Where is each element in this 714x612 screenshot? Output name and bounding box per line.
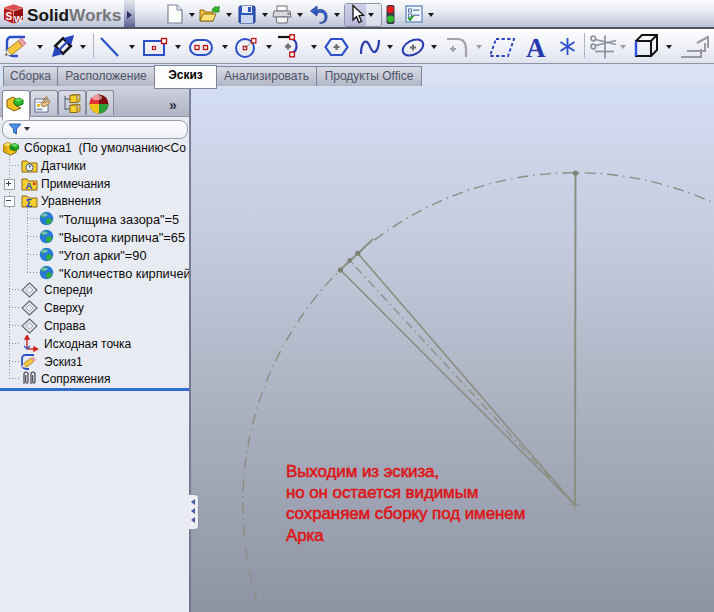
svg-text:W: W bbox=[14, 14, 23, 24]
svg-text:Σ: Σ bbox=[26, 198, 32, 209]
svg-text:A: A bbox=[526, 35, 546, 59]
svg-text:А: А bbox=[26, 180, 33, 191]
svg-text:S: S bbox=[5, 11, 12, 22]
